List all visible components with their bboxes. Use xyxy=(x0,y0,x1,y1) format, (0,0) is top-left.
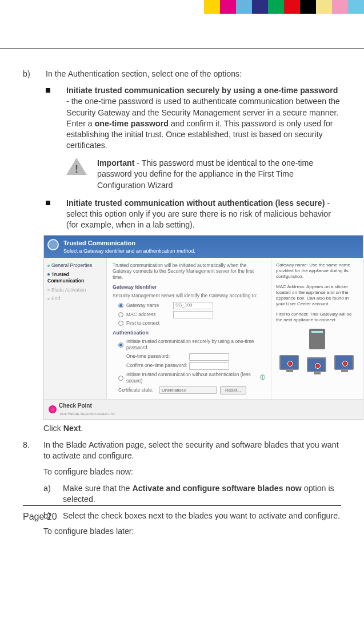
gateway-name-input[interactable]: SG_100 xyxy=(173,302,213,309)
radio-label: MAC address xyxy=(126,312,173,318)
side-text-2: MAC Address: Appears on a sticker locate… xyxy=(276,284,358,307)
radio-gateway-name[interactable]: Gateway name SG_100 xyxy=(118,302,265,309)
top-rule xyxy=(0,48,364,49)
bullet2-title: Initiate trusted communication without a… xyxy=(66,198,325,208)
important-label: Important xyxy=(97,158,134,168)
radio-label: First to connect xyxy=(126,320,159,326)
click-next: Click Next. xyxy=(43,423,341,434)
bottom-rule xyxy=(23,505,341,506)
mac-input[interactable] xyxy=(173,311,213,318)
cert-state: Uninitialized xyxy=(159,386,217,394)
screenshot-nav: General Properties Trusted Communication… xyxy=(44,258,107,399)
monitor-icon xyxy=(279,355,299,370)
sub-b-text: Select the check boxes next to the blade… xyxy=(63,511,340,521)
radio-icon[interactable] xyxy=(118,342,123,348)
otp-field: One-time password: xyxy=(118,353,265,361)
screenshot-footer: Check Point SOFTWARE TECHNOLOGIES LTD xyxy=(44,399,363,419)
bullet-icon xyxy=(46,201,50,205)
bullet1-title: Initiate trusted communication securely … xyxy=(66,86,338,95)
bullet1-text2a: Enter a xyxy=(66,119,95,128)
confirm-otp-label: Confirm one-time password: xyxy=(126,362,189,369)
footer-brand: Check Point xyxy=(59,402,92,409)
sub-a-label: a) xyxy=(43,483,63,505)
section-authentication: Authentication xyxy=(113,329,265,336)
server-icon xyxy=(309,329,325,349)
screenshot-header: Trusted Communication Select a Gateway i… xyxy=(44,236,363,258)
reset-button[interactable]: Reset... xyxy=(220,386,246,395)
nav-item-blade[interactable]: Blade Activation xyxy=(47,287,103,293)
gear-icon xyxy=(47,239,59,250)
monitor-icon xyxy=(334,355,354,370)
important-text: Important - This password must be identi… xyxy=(97,158,341,191)
screenshot: Trusted Communication Select a Gateway i… xyxy=(43,235,363,420)
bullet2-body: Initiate trusted communication without a… xyxy=(66,198,341,231)
otp-input[interactable] xyxy=(189,353,229,361)
radio-icon[interactable] xyxy=(118,376,123,381)
radio-icon[interactable] xyxy=(118,303,123,308)
step-8-text: In the Blade Activation page, select the… xyxy=(43,440,341,461)
nav-item-trusted[interactable]: Trusted Communication xyxy=(47,272,103,285)
radio-label: Gateway name xyxy=(126,302,173,309)
bullet1-text2b: one-time password xyxy=(95,119,169,128)
bullet1-body: Initiate trusted communication securely … xyxy=(66,85,341,151)
bullet1-text1: - the one-time password is used to authe… xyxy=(66,97,340,117)
radio-first-connect[interactable]: First to connect xyxy=(118,320,265,326)
radio-label: Initiate trusted communication securely … xyxy=(126,338,265,352)
screenshot-side: Gateway name: Use the same name provided… xyxy=(271,258,363,399)
cert-label: Certificate state: xyxy=(118,387,159,393)
step-8-sub1: To configure blades now: xyxy=(43,466,341,477)
screenshot-title: Trusted Communication xyxy=(63,239,358,248)
screenshot-subtitle: Select a Gateway identifier and an authe… xyxy=(63,248,358,254)
radio-icon[interactable] xyxy=(118,321,123,326)
sub-a-text: Make sure that the Activate and configur… xyxy=(63,483,341,505)
footer-sub: SOFTWARE TECHNOLOGIES LTD xyxy=(60,412,115,416)
radio-icon[interactable] xyxy=(118,312,123,317)
nav-item-end[interactable]: End xyxy=(47,296,103,302)
section1-sub: Security Management server will identify… xyxy=(113,293,265,298)
radio-secure[interactable]: Initiate trusted communication securely … xyxy=(118,338,265,352)
monitor-icon xyxy=(307,357,326,372)
side-text-1: Gateway name: Use the same name provided… xyxy=(276,262,358,280)
bullet-icon xyxy=(46,88,50,93)
checkpoint-logo-icon xyxy=(49,405,57,413)
screenshot-main: Trusted communication will be initiated … xyxy=(107,258,271,399)
page-number: Page 20 xyxy=(23,512,57,522)
confirm-otp-input[interactable] xyxy=(189,362,229,370)
main-intro: Trusted communication will be initiated … xyxy=(113,262,265,280)
cert-row: Certificate state: Uninitialized Reset..… xyxy=(118,386,265,395)
radio-insecure[interactable]: Initiate trusted communication without a… xyxy=(118,372,265,385)
warning-icon xyxy=(66,158,87,176)
network-illustration xyxy=(276,328,358,373)
nav-item-general[interactable]: General Properties xyxy=(47,262,103,269)
step-8-sub2: To configure blades later: xyxy=(43,526,341,537)
step-b-label: b) xyxy=(23,69,46,79)
section-gateway-identifier: Gateway Identifier xyxy=(113,284,265,290)
side-text-3: First to connect: This Gateway will be t… xyxy=(276,312,358,323)
info-icon[interactable]: ⓘ xyxy=(260,374,265,381)
confirm-otp-field: Confirm one-time password: xyxy=(118,362,265,370)
radio-mac[interactable]: MAC address xyxy=(118,311,265,318)
step-b-text: In the Authentication section, select on… xyxy=(46,69,242,79)
step-8-number: 8. xyxy=(23,440,43,537)
otp-label: One-time password: xyxy=(126,353,189,360)
color-strip xyxy=(204,0,364,14)
radio-label: Initiate trusted communication without a… xyxy=(126,372,258,385)
